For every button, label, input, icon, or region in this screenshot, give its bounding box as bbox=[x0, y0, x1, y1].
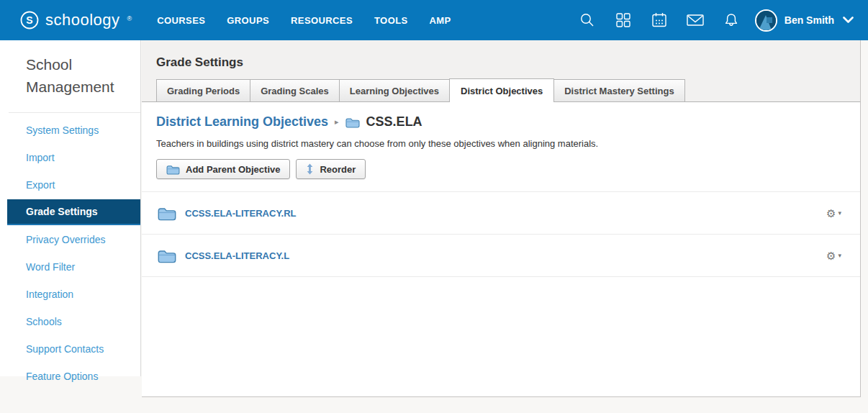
account-chevron-glyph bbox=[843, 17, 854, 24]
school-management-sidebar: School Management System Settings Import… bbox=[0, 40, 141, 376]
sidebar-divider bbox=[9, 112, 140, 113]
tab-grading-scales[interactable]: Grading Scales bbox=[250, 79, 340, 101]
notifications-bell-icon-glyph bbox=[723, 12, 740, 29]
breadcrumb-separator-icon: ▸ bbox=[335, 117, 339, 127]
objective-row: CCSS.ELA-LITERACY.L ⚙ ▾ bbox=[142, 235, 860, 277]
action-buttons: Add Parent Objective Reorder bbox=[156, 159, 860, 179]
notifications-bell-icon[interactable] bbox=[713, 0, 749, 40]
objective-link-ccss-ela-literacy-l[interactable]: CCSS.ELA-LITERACY.L bbox=[185, 250, 826, 261]
row-gear-menu[interactable]: ⚙ ▾ bbox=[826, 250, 841, 261]
account-chevron-down-icon[interactable] bbox=[843, 17, 856, 24]
folder-icon[interactable] bbox=[158, 248, 176, 263]
schoology-s-icon: S bbox=[20, 11, 39, 30]
breadcrumb: District Learning Objectives ▸ CSS.ELA bbox=[156, 114, 860, 130]
district-objectives-panel: District Learning Objectives ▸ CSS.ELA T… bbox=[142, 102, 861, 397]
objectives-list: CCSS.ELA-LITERACY.RL ⚙ ▾ CCSS.ELA-LITERA… bbox=[142, 191, 860, 277]
caret-down-icon: ▾ bbox=[838, 209, 841, 217]
district-mastery-description: Teachers in buildings using district mas… bbox=[156, 138, 860, 149]
nav-item-tools[interactable]: TOOLS bbox=[363, 1, 419, 40]
sidebar-item-word-filter[interactable]: Word Filter bbox=[0, 253, 140, 281]
reorder-label: Reorder bbox=[320, 164, 356, 175]
folder-icon[interactable] bbox=[158, 206, 176, 221]
page-title: Grade Settings bbox=[142, 40, 860, 70]
sidebar-item-support-contacts[interactable]: Support Contacts bbox=[0, 335, 140, 363]
sidebar-item-export[interactable]: Export bbox=[0, 171, 140, 199]
user-name[interactable]: Ben Smith bbox=[785, 14, 834, 26]
reorder-arrows-icon bbox=[306, 163, 314, 175]
sidebar-menu: System Settings Import Export Grade Sett… bbox=[0, 117, 140, 390]
svg-text:S: S bbox=[26, 14, 32, 26]
objective-row: CCSS.ELA-LITERACY.RL ⚙ ▾ bbox=[142, 192, 860, 235]
tab-district-objectives[interactable]: District Objectives bbox=[449, 78, 554, 102]
navbar-right: Ben Smith bbox=[569, 0, 868, 40]
sidebar-item-grade-settings[interactable]: Grade Settings bbox=[7, 199, 140, 225]
nav-item-groups[interactable]: GROUPS bbox=[216, 1, 280, 40]
sidebar-item-privacy-overrides[interactable]: Privacy Overrides bbox=[0, 226, 140, 253]
brand-text: schoology bbox=[45, 11, 120, 30]
folder-icon bbox=[166, 164, 180, 175]
grade-settings-header: Grade Settings Grading Periods Grading S… bbox=[142, 40, 861, 102]
add-parent-objective-button[interactable]: Add Parent Objective bbox=[156, 159, 290, 179]
gear-icon: ⚙ bbox=[826, 250, 836, 261]
sidebar-item-system-settings[interactable]: System Settings bbox=[0, 117, 140, 144]
sidebar-item-schools[interactable]: Schools bbox=[0, 308, 140, 335]
main-navigation: COURSES GROUPS RESOURCES TOOLS AMP bbox=[146, 1, 461, 40]
grade-settings-tabs: Grading Periods Grading Scales Learning … bbox=[156, 78, 685, 101]
tab-grading-periods[interactable]: Grading Periods bbox=[156, 79, 250, 101]
sidebar-title: School Management bbox=[0, 40, 140, 98]
reorder-button[interactable]: Reorder bbox=[296, 159, 366, 179]
search-icon-glyph bbox=[579, 12, 595, 28]
row-gear-menu[interactable]: ⚙ ▾ bbox=[826, 208, 841, 219]
apps-grid-icon-glyph bbox=[615, 12, 631, 28]
messages-icon[interactable] bbox=[677, 0, 713, 40]
caret-down-icon: ▾ bbox=[838, 252, 841, 259]
search-icon[interactable] bbox=[569, 0, 605, 40]
nav-item-courses[interactable]: COURSES bbox=[146, 1, 216, 40]
avatar-image bbox=[756, 11, 776, 30]
nav-item-amp[interactable]: AMP bbox=[419, 1, 462, 40]
breadcrumb-current: CSS.ELA bbox=[366, 114, 422, 130]
apps-grid-icon[interactable] bbox=[605, 0, 641, 40]
sidebar-item-feature-options[interactable]: Feature Options bbox=[0, 363, 140, 390]
gear-icon: ⚙ bbox=[826, 208, 836, 219]
objective-link-ccss-ela-literacy-rl[interactable]: CCSS.ELA-LITERACY.RL bbox=[185, 208, 826, 219]
schoology-logo[interactable]: S schoology ® bbox=[0, 11, 132, 30]
calendar-icon[interactable] bbox=[641, 0, 677, 40]
sidebar-item-import[interactable]: Import bbox=[0, 144, 140, 171]
nav-item-resources[interactable]: RESOURCES bbox=[280, 1, 363, 40]
breadcrumb-district-learning-objectives-link[interactable]: District Learning Objectives bbox=[156, 114, 328, 130]
tab-learning-objectives[interactable]: Learning Objectives bbox=[339, 79, 450, 101]
tab-district-mastery-settings[interactable]: District Mastery Settings bbox=[553, 79, 684, 101]
brand-registered-mark: ® bbox=[127, 15, 132, 22]
messages-icon-glyph bbox=[686, 12, 705, 28]
avatar[interactable] bbox=[755, 9, 777, 32]
top-navbar: S schoology ® COURSES GROUPS RESOURCES T… bbox=[0, 0, 868, 40]
breadcrumb-folder-icon bbox=[345, 117, 360, 128]
sidebar-item-integration[interactable]: Integration bbox=[0, 281, 140, 308]
add-parent-objective-label: Add Parent Objective bbox=[186, 164, 280, 175]
calendar-icon-glyph bbox=[651, 12, 668, 29]
